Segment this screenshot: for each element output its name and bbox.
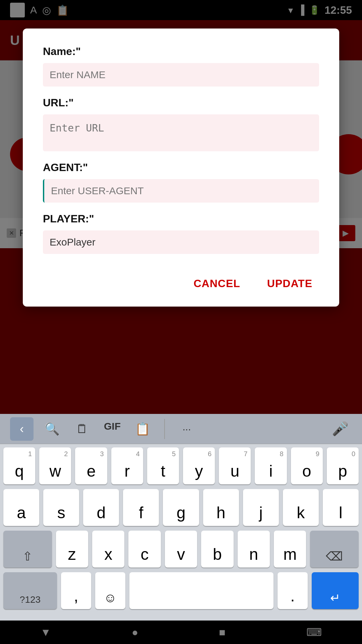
key-a[interactable]: a [3,489,39,526]
key-o[interactable]: 9o [291,447,323,484]
key-row-4: ?123 , ☺ . ↵ [3,572,359,609]
key-n[interactable]: n [238,531,270,568]
keyboard-sticker-button[interactable]: 🗒 [70,417,94,441]
key-p[interactable]: 0p [327,447,359,484]
key-i[interactable]: 8i [255,447,287,484]
sticker-icon: 🗒 [76,422,88,436]
key-w[interactable]: 2w [39,447,71,484]
key-h[interactable]: h [203,489,239,526]
update-button[interactable]: UPDATE [260,274,319,293]
key-t[interactable]: 5t [147,447,179,484]
key-u[interactable]: 7u [219,447,251,484]
key-c[interactable]: c [128,531,161,568]
key-f[interactable]: f [123,489,159,526]
name-input[interactable] [43,63,319,87]
delete-key[interactable]: ⌫ [310,531,359,568]
key-z[interactable]: z [56,531,88,568]
key-r[interactable]: 4r [111,447,143,484]
key-j[interactable]: j [243,489,279,526]
emoji-key[interactable]: ☺ [95,572,125,609]
key-x[interactable]: x [92,531,124,568]
player-input[interactable] [43,230,319,254]
keyboard-clipboard-button[interactable]: 📋 [131,417,154,441]
key-m[interactable]: m [274,531,306,568]
keyboard-mic-button[interactable]: 🎤 [328,417,352,441]
key-v[interactable]: v [165,531,197,568]
key-period[interactable]: . [278,572,308,609]
keyboard-more-button[interactable]: ··· [175,417,198,441]
shift-key[interactable]: ⇧ [3,531,52,568]
player-label: PLAYER:" [43,213,319,225]
dialog-actions: CANCEL UPDATE [43,271,319,293]
key-e[interactable]: 3e [75,447,107,484]
key-comma[interactable]: , [61,572,91,609]
keyboard-gif-button[interactable]: GIF [101,417,124,441]
key-row-3: ⇧ z x c v b n m ⌫ [3,531,359,568]
agent-input[interactable] [43,179,319,203]
search-icon: 🔍 [45,422,60,436]
key-d[interactable]: d [83,489,119,526]
symbols-key[interactable]: ?123 [3,572,57,609]
name-label: Name:" [43,45,319,58]
back-arrow-icon: ‹ [20,422,24,436]
keyboard-back-button[interactable]: ‹ [10,417,34,441]
keyboard-separator [164,419,165,439]
keyboard-search-button[interactable]: 🔍 [40,417,64,441]
key-s[interactable]: s [43,489,79,526]
key-b[interactable]: b [201,531,233,568]
edit-dialog: Name:" URL:" AGENT:" PLAYER:" CANCEL UPD… [23,29,339,307]
key-y[interactable]: 6y [183,447,215,484]
mic-icon: 🎤 [332,421,349,437]
url-label: URL:" [43,97,319,109]
key-k[interactable]: k [283,489,319,526]
key-l[interactable]: l [323,489,359,526]
keyboard-toolbar: ‹ 🔍 🗒 GIF 📋 ··· 🎤 [0,414,362,444]
key-q[interactable]: 1q [3,447,35,484]
more-icon: ··· [182,423,191,435]
agent-label: AGENT:" [43,161,319,174]
keyboard: ‹ 🔍 🗒 GIF 📋 ··· 🎤 1q 2w 3e 4r 5t 6y 7u [0,414,362,621]
key-row-2: a s d f g h j k l [3,489,359,526]
key-row-1: 1q 2w 3e 4r 5t 6y 7u 8i 9o 0p [3,447,359,484]
cancel-button[interactable]: CANCEL [187,274,247,293]
space-key[interactable] [129,572,274,609]
enter-key[interactable]: ↵ [312,572,359,609]
keyboard-rows: 1q 2w 3e 4r 5t 6y 7u 8i 9o 0p a s d f g … [0,444,362,617]
url-input[interactable] [43,114,319,151]
clipboard-icon: 📋 [135,422,150,436]
key-g[interactable]: g [163,489,199,526]
